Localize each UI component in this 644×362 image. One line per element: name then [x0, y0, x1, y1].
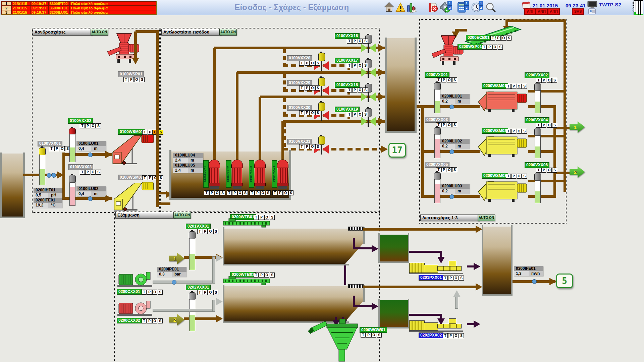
device-tag-0100VXX19[interactable]: 0100VXX19 [335, 107, 360, 112]
valve-0100VXX19[interactable] [361, 117, 376, 126]
home-icon[interactable] [384, 2, 394, 13]
coarse-screen-0100WSM02[interactable] [113, 180, 157, 211]
tpos-0100WSP01[interactable]: TPOS [123, 77, 145, 82]
device-tag-0200VXX05[interactable]: 0200VXX05 [425, 162, 449, 168]
tpos-0200WSP01[interactable]: TPOS [482, 45, 503, 50]
tpos-0100PXX02[interactable]: TPOS [227, 190, 248, 195]
tpos-0200WSM01[interactable]: TPOS [506, 84, 527, 89]
penstock-0200VXX06[interactable] [535, 180, 541, 203]
valve-actuator-0100VXX29[interactable] [318, 77, 325, 86]
settings-badge-1[interactable]: 1 [447, 1, 452, 6]
page-badge-17[interactable]: 17 [388, 143, 406, 158]
valve-actuator-0100VXX31[interactable] [318, 136, 325, 145]
tpos-0100WSM02[interactable]: TPOS [142, 175, 163, 180]
valve-actuator-0200VXX03[interactable] [434, 127, 441, 135]
alarm-row[interactable]: 321/01/1509:19:373200ILU01Πολύ υψηλό σφά… [1, 10, 156, 14]
auto-on-coarse[interactable]: AUTO ON [91, 29, 108, 36]
device-tag-0200WSM01[interactable]: 0200WSM01 [482, 83, 508, 89]
flow-marker-out-2[interactable]: 2 [570, 166, 585, 178]
status-flag-sas[interactable]: SAS [572, 8, 584, 15]
penstock-0201VXX01[interactable] [189, 239, 195, 270]
device-tag-0200WSM03[interactable]: 0200WSM03 [482, 173, 508, 179]
device-tag-0200VXX02[interactable]: 0200VXX02 [525, 72, 549, 78]
fine-screen-0200WSM01[interactable] [478, 87, 528, 113]
measurement-0100ILU05[interactable]: 0100ILU052,4m [173, 163, 203, 173]
device-tag-0200VXX04[interactable]: 0200VXX04 [525, 117, 549, 123]
device-tag-0202VXX01[interactable]: 0202VXX01 [186, 285, 211, 290]
device-tag-0200WGW01[interactable]: 0200WGW01 [360, 327, 387, 333]
tpos-0201VXX01[interactable]: TPOS [197, 229, 218, 234]
pump-0100PXX03[interactable] [254, 160, 266, 189]
penstock-0100VXX03[interactable] [69, 182, 75, 206]
measurement-0200ILU03[interactable]: 0200ILU030,2m [440, 184, 470, 194]
valve-actuator-0202VXX01[interactable] [189, 292, 196, 300]
measurement-0200IPE01[interactable]: 0200IPE010,3bar [157, 267, 186, 277]
device-tag-0200CXX02[interactable]: 0200CXX02 [117, 318, 142, 323]
tpos-0100PXX03[interactable]: TPOS [250, 190, 271, 195]
settings-badge-2[interactable]: 2 [447, 5, 452, 10]
device-tag-0100VXX29[interactable]: 0100VXX29 [287, 80, 312, 86]
device-tag-0100VXX01[interactable]: 0100VXX01 [38, 141, 62, 146]
device-tag-0100VXX17[interactable]: 0100VXX17 [335, 58, 360, 63]
device-tag-0200VXX03[interactable]: 0200VXX03 [425, 117, 449, 123]
measurement-0100ILU01[interactable]: 0100ILU010,4m [76, 141, 106, 151]
device-tag-0100VXX03[interactable]: 0100VXX03 [68, 164, 93, 170]
screenings-press-0200WSP01[interactable] [423, 35, 474, 72]
device-tag-0100VXX02[interactable]: 0100VXX02 [68, 118, 93, 124]
tpos-0100VXX03[interactable]: TPOS [80, 170, 101, 175]
grit-pump-0202PXX02[interactable] [409, 318, 467, 332]
device-tag-0100PXX02[interactable]: 0100PXX02 [226, 160, 231, 188]
tpos-0100PXX04[interactable]: TPOS [272, 190, 293, 195]
device-tag-0201PXX01[interactable]: 0201PXX01 [419, 275, 443, 281]
calculator-badge-1[interactable]: 1 [464, 1, 469, 6]
pump-0100PXX02[interactable] [231, 160, 243, 189]
device-tag-0100VXX30[interactable]: 0100VXX30 [287, 105, 312, 111]
device-tag-0100WSM02[interactable]: 0100WSM02 [118, 175, 145, 180]
device-tag-0200WSP01[interactable]: 0200WSP01 [458, 44, 483, 50]
coarse-screen-0100WSM01[interactable] [112, 133, 156, 165]
section-title-fine[interactable]: Λεπτοσχάρες 1-3 [420, 215, 480, 221]
valve-actuator-0200VXX05[interactable] [434, 172, 441, 180]
device-tag-0200VXX06[interactable]: 0200VXX06 [525, 162, 549, 168]
valve-actuator-0201VXX01[interactable] [189, 231, 196, 239]
section-title-grit[interactable]: Εξάμμωση [115, 212, 175, 219]
tpos-0200VXX04[interactable]: TPOS [536, 123, 557, 128]
tpos-0200VXX03[interactable]: TPOS [436, 122, 457, 127]
user-card-icon[interactable] [588, 8, 596, 14]
penstock-0202VXX01[interactable] [189, 300, 195, 331]
flow-marker-in-2[interactable]: 2 [169, 314, 184, 325]
tpos-0200CXX02[interactable]: TPOS [142, 318, 163, 323]
device-tag-0100WSP01[interactable]: 0100WSP01 [118, 71, 144, 77]
device-tag-0100VXX16[interactable]: 0100VXX16 [335, 33, 360, 39]
tpos-0100VXX29[interactable]: TPOS [299, 85, 320, 90]
device-tag-0200WSM02[interactable]: 0200WSM02 [482, 128, 508, 134]
pump-0100PXX01[interactable] [209, 160, 220, 189]
tpos-0100VXX28[interactable]: TPOS [299, 61, 320, 66]
tpos-0100VXX30[interactable]: TPOS [299, 110, 320, 115]
auto-on-pump[interactable]: AUTO ON [219, 29, 237, 36]
flow-marker-in-1[interactable]: 1 [169, 253, 184, 264]
tpos-0100VXX01[interactable]: TPOS [49, 146, 70, 151]
tpos-0200WSM02[interactable]: TPOS [506, 129, 527, 134]
valve-actuator-0200VXX01[interactable] [434, 82, 441, 90]
fine-screen-0200WSM03[interactable] [478, 177, 528, 202]
measurement-0200ITE01[interactable]: 0200ITE0119,2°C [34, 198, 62, 208]
tpos-0201PXX01[interactable]: TPOS [443, 276, 464, 281]
valve-actuator-0100VXX30[interactable] [318, 102, 325, 111]
device-tag-0201VXX01[interactable]: 0201VXX01 [186, 224, 211, 229]
scheduler-badge-2[interactable]: 2 [479, 5, 483, 10]
tpos-0200VXX01[interactable]: TPOS [436, 77, 457, 82]
valve-actuator-0100VXX03[interactable] [69, 175, 76, 183]
tpos-0100WSM01[interactable]: TPOS [142, 130, 163, 135]
penstock-0200VXX05[interactable] [434, 180, 440, 203]
logbook-icon[interactable] [428, 2, 438, 13]
penstock-0200VXX02[interactable] [535, 90, 541, 113]
grit-classifier-0200WGW01[interactable] [308, 318, 360, 362]
valve-actuator-0100VXX28[interactable] [318, 53, 325, 61]
blower-0200CXX02[interactable] [117, 298, 154, 317]
status-flag-app[interactable]: ΑΠΠ [548, 8, 560, 15]
tpos-0200VXX06[interactable]: TPOS [536, 168, 557, 173]
tpos-0202PXX02[interactable]: TPOS [443, 333, 464, 338]
tpos-0100PXX01[interactable]: TPOS [204, 190, 225, 195]
page-badge-5[interactable]: 5 [556, 274, 573, 288]
